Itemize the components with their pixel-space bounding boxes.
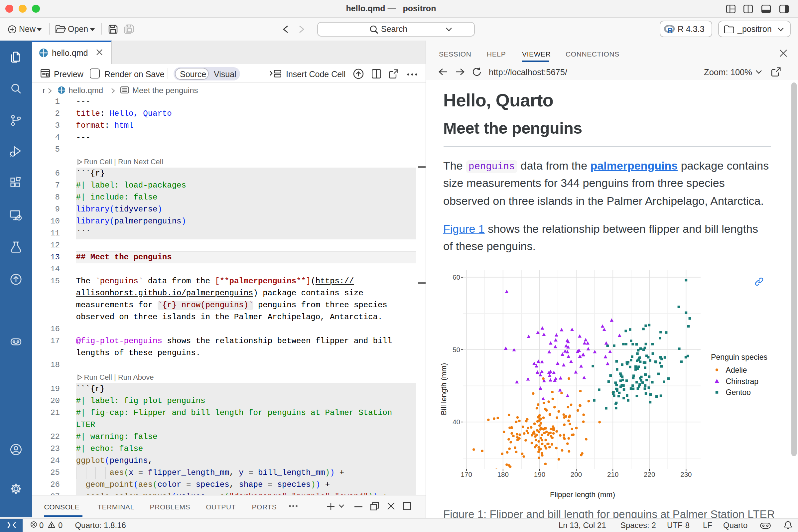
svg-text:40: 40 <box>453 418 460 425</box>
svg-text:Chinstrap: Chinstrap <box>726 377 758 386</box>
svg-text:180: 180 <box>497 471 509 478</box>
svg-text:190: 190 <box>534 471 545 478</box>
svg-text:Bill length (mm): Bill length (mm) <box>440 363 448 415</box>
svg-text:210: 210 <box>607 471 619 478</box>
svg-text:170: 170 <box>461 471 472 478</box>
svg-text:50: 50 <box>453 346 460 354</box>
svg-text:R: R <box>668 26 673 33</box>
svg-text:Adelie: Adelie <box>726 366 747 374</box>
svg-text:200: 200 <box>571 471 582 478</box>
svg-text:Flipper length (mm): Flipper length (mm) <box>550 491 615 499</box>
svg-text:60: 60 <box>453 273 460 281</box>
svg-text:230: 230 <box>680 471 691 478</box>
svg-text:Penguin species: Penguin species <box>711 353 767 361</box>
svg-text:Gentoo: Gentoo <box>726 388 751 397</box>
svg-text:220: 220 <box>644 471 655 478</box>
